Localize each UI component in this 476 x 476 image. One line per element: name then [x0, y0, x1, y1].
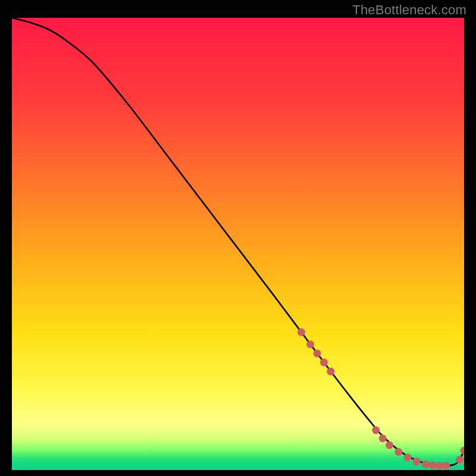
highlight-dot — [456, 456, 464, 464]
highlight-dot — [327, 368, 334, 375]
highlight-dot — [404, 453, 412, 461]
gradient-background — [12, 18, 464, 470]
highlight-dot — [306, 340, 314, 348]
chart-frame: TheBottleneck.com — [0, 0, 476, 476]
attribution-label: TheBottleneck.com — [352, 2, 466, 18]
chart-svg — [12, 18, 464, 470]
highlight-dot — [372, 427, 380, 434]
plot-area — [12, 18, 464, 470]
highlight-dot — [413, 458, 421, 465]
highlight-dot — [320, 359, 328, 367]
highlight-dot — [422, 461, 430, 468]
highlight-dot — [298, 328, 305, 336]
highlight-dot — [442, 462, 450, 469]
highlight-dot — [379, 434, 387, 442]
highlight-dot — [386, 441, 393, 449]
highlight-dot — [394, 448, 402, 456]
highlight-dot — [314, 349, 321, 357]
highlight-dot — [428, 461, 436, 469]
highlight-dot — [436, 462, 443, 469]
